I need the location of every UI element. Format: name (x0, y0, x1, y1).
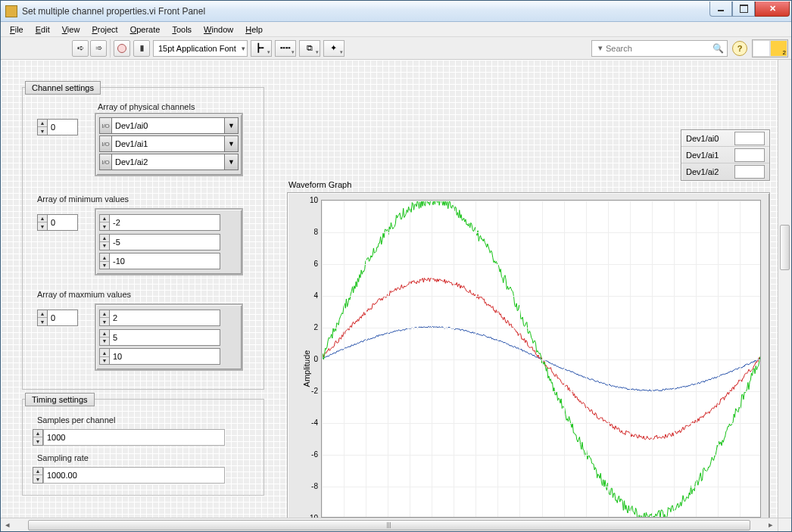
max-values-index[interactable]: ▲▼ (37, 310, 78, 326)
window: Set multiple channel properties.vi Front… (0, 0, 792, 532)
min-values-index[interactable]: ▲▼ (37, 214, 78, 231)
phys-channel-0[interactable]: I/ODev1/ai0▼ (99, 117, 239, 134)
run-continuous-button[interactable]: ➾ (90, 40, 107, 57)
down-arrow-icon[interactable]: ▼ (38, 318, 47, 325)
phys-channel-1[interactable]: I/ODev1/ai1▼ (99, 135, 239, 152)
max-value-2[interactable]: ▲▼ (99, 348, 220, 365)
search-icon[interactable]: 🔍 (712, 43, 724, 54)
sampling-rate[interactable]: ▲▼ (33, 467, 225, 484)
menu-file[interactable]: File (5, 23, 28, 36)
context-help-button[interactable]: ? (732, 41, 747, 56)
min-value-2[interactable]: ▲▼ (99, 253, 220, 269)
down-arrow-icon[interactable]: ▼ (38, 127, 47, 135)
distribute-combo[interactable]: ╍╍ (275, 40, 296, 57)
y-tick: -2 (311, 387, 318, 395)
pause-button[interactable]: II (133, 40, 150, 57)
run-button[interactable]: ➪ (72, 40, 89, 57)
menu-window[interactable]: Window (199, 23, 238, 36)
sampling-rate-label: Sampling rate (37, 453, 89, 462)
window-title: Set multiple channel properties.vi Front… (22, 6, 709, 17)
app-icon (5, 5, 17, 17)
phys-channels-label: Array of physical channels (98, 102, 195, 111)
y-tick: -6 (311, 450, 318, 459)
menu-tools[interactable]: Tools (167, 23, 196, 36)
max-values-label: Array of maxmium values (37, 290, 131, 299)
abort-button[interactable] (114, 40, 130, 57)
minimize-button[interactable] (709, 2, 732, 17)
legend-item-1[interactable]: Dev1/ai1 (681, 147, 769, 163)
legend-item-2[interactable]: Dev1/ai2 (681, 163, 769, 180)
graph-ylabel: Amplitude (302, 350, 311, 387)
menu-view[interactable]: View (58, 23, 85, 36)
phys-channels-array: I/ODev1/ai0▼ I/ODev1/ai1▼ I/ODev1/ai2▼ (95, 113, 243, 176)
channel-settings-label: Channel settings (25, 81, 101, 95)
y-tick: -8 (311, 482, 318, 490)
min-values-array: ▲▼ ▲▼ ▲▼ (95, 208, 243, 275)
max-value-1[interactable]: ▲▼ (99, 329, 220, 346)
font-selector[interactable]: 15pt Application Font (153, 40, 248, 57)
samples-per-channel-label: Samples per channel (37, 415, 115, 425)
legend-item-0[interactable]: Dev1/ai0 (681, 130, 769, 147)
menu-help[interactable]: Help (241, 23, 267, 36)
phys-channel-2[interactable]: I/ODev1/ai2▼ (99, 154, 239, 170)
menu-project[interactable]: Project (87, 23, 122, 36)
resize-combo[interactable]: ⧉ (299, 40, 320, 57)
search-scope-dropdown[interactable]: ▾ (595, 43, 606, 53)
min-value-0[interactable]: ▲▼ (99, 214, 220, 231)
up-arrow-icon[interactable]: ▲ (38, 310, 47, 319)
search-input[interactable] (606, 44, 712, 53)
down-arrow-icon[interactable]: ▼ (38, 222, 47, 230)
front-panel: Channel settings Array of physical chann… (1, 60, 791, 531)
y-tick: 0 (313, 355, 318, 363)
vi-icon[interactable]: 2 (752, 39, 788, 58)
align-combo[interactable]: ┣╸ (251, 40, 272, 57)
graph-plot[interactable] (321, 200, 761, 518)
titlebar[interactable]: Set multiple channel properties.vi Front… (1, 1, 791, 22)
max-value-0[interactable]: ▲▼ (99, 310, 220, 326)
up-arrow-icon[interactable]: ▲ (38, 215, 47, 223)
min-values-label: Array of minimum values (37, 194, 129, 204)
toolbar: ➪ ➾ II 15pt Application Font ┣╸ ╍╍ ⧉ ✦ ▾… (1, 37, 791, 60)
search-box[interactable]: ▾ 🔍 (591, 40, 728, 57)
min-values-index-input[interactable] (48, 214, 78, 231)
waveform-graph[interactable]: Waveform Graph Amplitude Time -10-8-6-4-… (287, 192, 770, 531)
timing-settings-label: Timing settings (25, 393, 95, 406)
y-tick: 4 (313, 291, 318, 300)
y-tick: 6 (313, 260, 318, 268)
graph-title: Waveform Graph (288, 180, 351, 189)
phys-channels-index[interactable]: ▲▼ (37, 119, 78, 135)
max-values-index-input[interactable] (48, 310, 78, 326)
phys-channels-index-input[interactable] (48, 119, 78, 135)
y-tick: 10 (310, 196, 318, 204)
up-arrow-icon[interactable]: ▲ (38, 120, 47, 128)
menubar: File Edit View Project Operate Tools Win… (1, 22, 791, 37)
horizontal-scrollbar[interactable]: ◂▸ (1, 518, 778, 531)
graph-legend[interactable]: Dev1/ai0 Dev1/ai1 Dev1/ai2 (681, 129, 770, 181)
vertical-scrollbar[interactable] (778, 60, 791, 518)
max-values-array: ▲▼ ▲▼ ▲▼ (95, 303, 243, 371)
menu-operate[interactable]: Operate (126, 23, 165, 36)
y-tick: -4 (311, 418, 318, 427)
reorder-combo[interactable]: ✦ (323, 40, 345, 57)
maximize-button[interactable] (732, 2, 755, 17)
samples-per-channel[interactable]: ▲▼ (33, 429, 225, 446)
y-tick: 8 (313, 228, 318, 236)
min-value-1[interactable]: ▲▼ (99, 234, 220, 250)
y-tick: 2 (313, 323, 318, 331)
menu-edit[interactable]: Edit (31, 23, 55, 36)
close-button[interactable] (755, 2, 790, 17)
